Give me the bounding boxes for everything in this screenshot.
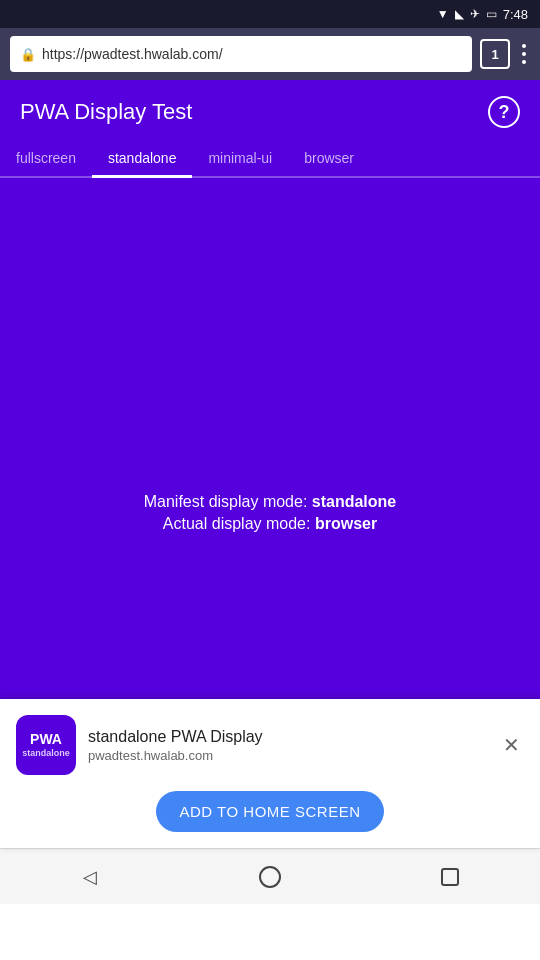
airplane-icon: ✈ <box>470 7 480 21</box>
tabs-container: fullscreen standalone minimal-ui browser <box>0 140 540 178</box>
page-header: PWA Display Test ? <box>0 80 540 128</box>
actual-value: browser <box>315 515 377 532</box>
recents-button[interactable] <box>420 855 480 899</box>
url-text: https://pwadtest.hwalab.com/ <box>42 46 223 62</box>
url-field[interactable]: 🔒 https://pwadtest.hwalab.com/ <box>10 36 472 72</box>
signal-icon: ◣ <box>455 7 464 21</box>
menu-button[interactable] <box>518 40 530 68</box>
battery-icon: ▭ <box>486 7 497 21</box>
pwa-icon-text: PWA <box>30 732 62 746</box>
bottom-nav: ◁ <box>0 848 540 904</box>
manifest-mode-line: Manifest display mode: standalone <box>144 493 397 511</box>
banner-app-url: pwadtest.hwalab.com <box>88 748 487 763</box>
menu-dot-2 <box>522 52 526 56</box>
tab-minimal-ui[interactable]: minimal-ui <box>192 140 288 176</box>
status-icons: ▼ ◣ ✈ ▭ 7:48 <box>437 7 528 22</box>
actual-label: Actual display mode: <box>163 515 315 532</box>
add-to-home-screen-button[interactable]: ADD TO HOME SCREEN <box>156 791 385 832</box>
status-bar: ▼ ◣ ✈ ▭ 7:48 <box>0 0 540 28</box>
tab-browser[interactable]: browser <box>288 140 370 176</box>
banner-header: PWA standalone standalone PWA Display pw… <box>16 715 524 775</box>
tab-fullscreen[interactable]: fullscreen <box>0 140 92 176</box>
manifest-label: Manifest display mode: <box>144 493 312 510</box>
home-icon <box>259 866 281 888</box>
banner-app-title: standalone PWA Display <box>88 728 487 746</box>
close-banner-button[interactable]: ✕ <box>499 729 524 761</box>
tab-standalone[interactable]: standalone <box>92 140 193 176</box>
page-title: PWA Display Test <box>20 99 192 125</box>
recents-icon <box>441 868 459 886</box>
install-banner: PWA standalone standalone PWA Display pw… <box>0 699 540 848</box>
back-button[interactable]: ◁ <box>60 855 120 899</box>
url-bar: 🔒 https://pwadtest.hwalab.com/ 1 <box>0 28 540 80</box>
help-icon-label: ? <box>499 102 510 123</box>
pwa-app-icon: PWA standalone <box>16 715 76 775</box>
actual-mode-line: Actual display mode: browser <box>144 515 397 533</box>
lock-icon: 🔒 <box>20 47 36 62</box>
banner-info: standalone PWA Display pwadtest.hwalab.c… <box>88 728 487 763</box>
back-icon: ◁ <box>83 866 97 888</box>
pwa-icon-sub: standalone <box>22 748 70 758</box>
menu-dot-1 <box>522 44 526 48</box>
help-button[interactable]: ? <box>488 96 520 128</box>
home-button[interactable] <box>240 855 300 899</box>
menu-dot-3 <box>522 60 526 64</box>
main-content: PWA Display Test ? fullscreen standalone… <box>0 80 540 848</box>
manifest-value: standalone <box>312 493 396 510</box>
status-time: 7:48 <box>503 7 528 22</box>
wifi-icon: ▼ <box>437 7 449 21</box>
display-info: Manifest display mode: standalone Actual… <box>144 489 397 537</box>
tab-count[interactable]: 1 <box>480 39 510 69</box>
